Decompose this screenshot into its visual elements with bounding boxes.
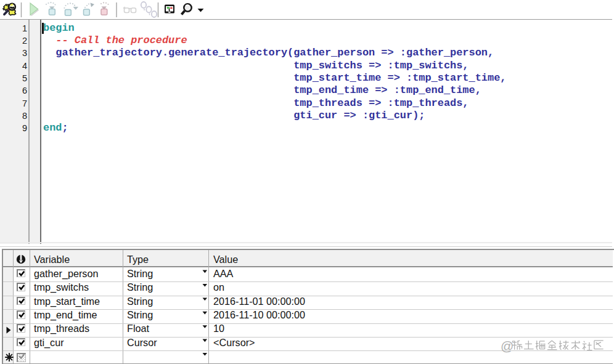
svg-text:@: @ [501,339,514,353]
